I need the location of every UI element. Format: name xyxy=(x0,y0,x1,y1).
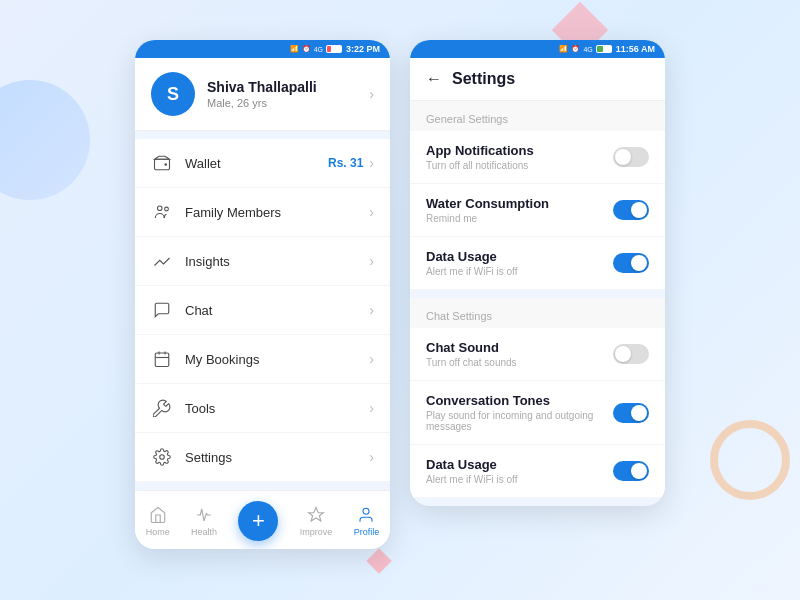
toggle-app-notifications[interactable] xyxy=(613,147,649,167)
settings-item-sub-data-general: Alert me if WiFi is off xyxy=(426,266,518,277)
status-icons-1: 📶 ⏰ 4G xyxy=(290,45,342,53)
battery-icon-2 xyxy=(596,45,612,53)
settings-title: Settings xyxy=(452,70,515,88)
settings-header: ← Settings xyxy=(410,58,665,101)
tools-chevron: › xyxy=(369,400,374,416)
chat-chevron: › xyxy=(369,302,374,318)
svg-point-8 xyxy=(160,455,165,460)
settings-item-app-notifications[interactable]: App Notifications Turn off all notificat… xyxy=(410,131,665,184)
settings-item-water-consumption[interactable]: Water Consumption Remind me xyxy=(410,184,665,237)
phone-settings: 📶 ⏰ 4G 11:56 AM ← Settings General Setti… xyxy=(410,40,665,506)
nav-health-label: Health xyxy=(191,527,217,537)
tools-icon xyxy=(151,397,173,419)
back-button[interactable]: ← xyxy=(426,70,442,88)
menu-item-wallet[interactable]: Wallet Rs. 31 › xyxy=(135,139,390,188)
wallet-icon xyxy=(151,152,173,174)
settings-item-title-data-chat: Data Usage xyxy=(426,457,518,472)
toggle-thumb-notifications xyxy=(615,149,631,165)
profile-name: Shiva Thallapalli xyxy=(207,79,369,95)
nav-home[interactable]: Home xyxy=(146,506,170,537)
menu-item-insights[interactable]: Insights › xyxy=(135,237,390,286)
wallet-chevron: › xyxy=(369,155,374,171)
battery-fill xyxy=(327,46,331,52)
status-bar-1: 📶 ⏰ 4G 3:22 PM xyxy=(135,40,390,58)
settings-item-data-usage-chat[interactable]: Data Usage Alert me if WiFi is off xyxy=(410,445,665,498)
chat-settings-section: Chat Settings Chat Sound Turn off chat s… xyxy=(410,298,665,498)
settings-item-text-data-chat: Data Usage Alert me if WiFi is off xyxy=(426,457,518,485)
settings-item-sub-chat-sound: Turn off chat sounds xyxy=(426,357,517,368)
settings-item-title-notifications: App Notifications xyxy=(426,143,534,158)
menu-item-settings[interactable]: Settings › xyxy=(135,433,390,482)
settings-item-title-chat-sound: Chat Sound xyxy=(426,340,517,355)
toggle-water-consumption[interactable] xyxy=(613,200,649,220)
insights-chevron: › xyxy=(369,253,374,269)
status-time-1: 3:22 PM xyxy=(346,44,380,54)
avatar: S xyxy=(151,72,195,116)
menu-label-chat: Chat xyxy=(185,303,369,318)
settings-item-text-chat-sound: Chat Sound Turn off chat sounds xyxy=(426,340,517,368)
phone-profile: 📶 ⏰ 4G 3:22 PM S Shiva Thallapalli Male,… xyxy=(135,40,390,549)
menu-item-chat[interactable]: Chat › xyxy=(135,286,390,335)
menu-label-settings: Settings xyxy=(185,450,369,465)
signal-icon: 📶 xyxy=(290,45,299,53)
settings-item-sub-conversation: Play sound for incoming and outgoing mes… xyxy=(426,410,613,432)
nav-health[interactable]: Health xyxy=(191,506,217,537)
settings-icon xyxy=(151,446,173,468)
menu-item-family-members[interactable]: Family Members › xyxy=(135,188,390,237)
chat-settings-label: Chat Settings xyxy=(410,298,665,328)
signal-icon-2: 📶 xyxy=(559,45,568,53)
svg-point-9 xyxy=(363,508,369,514)
status-time-2: 11:56 AM xyxy=(616,44,655,54)
toggle-thumb-water xyxy=(631,202,647,218)
family-chevron: › xyxy=(369,204,374,220)
battery-fill-2 xyxy=(597,46,604,52)
svg-point-2 xyxy=(158,206,163,211)
menu-badge-wallet: Rs. 31 xyxy=(328,156,363,170)
settings-item-text-water: Water Consumption Remind me xyxy=(426,196,549,224)
nav-fab[interactable]: + xyxy=(238,501,278,541)
settings-chevron: › xyxy=(369,449,374,465)
menu-label-tools: Tools xyxy=(185,401,369,416)
settings-item-conversation-tones[interactable]: Conversation Tones Play sound for incomi… xyxy=(410,381,665,445)
nav-improve[interactable]: Improve xyxy=(300,506,333,537)
settings-item-sub-notifications: Turn off all notifications xyxy=(426,160,534,171)
profile-chevron: › xyxy=(369,86,374,102)
settings-item-title-water: Water Consumption xyxy=(426,196,549,211)
general-settings-section: General Settings App Notifications Turn … xyxy=(410,101,665,290)
network-icon-2: 4G xyxy=(583,46,592,53)
bottom-nav: Home Health + Improve Profile xyxy=(135,490,390,549)
menu-item-tools[interactable]: Tools › xyxy=(135,384,390,433)
svg-rect-4 xyxy=(155,353,169,367)
settings-item-data-usage-general[interactable]: Data Usage Alert me if WiFi is off xyxy=(410,237,665,290)
nav-profile-label: Profile xyxy=(354,527,380,537)
settings-item-title-conversation: Conversation Tones xyxy=(426,393,613,408)
profile-info: Shiva Thallapalli Male, 26 yrs xyxy=(207,79,369,109)
toggle-thumb-data-chat xyxy=(631,463,647,479)
battery-icon xyxy=(326,45,342,53)
profile-header[interactable]: S Shiva Thallapalli Male, 26 yrs › xyxy=(135,58,390,131)
bookings-icon xyxy=(151,348,173,370)
wifi-icon: ⏰ xyxy=(302,45,311,53)
svg-point-1 xyxy=(165,164,167,166)
settings-item-title-data-general: Data Usage xyxy=(426,249,518,264)
users-icon xyxy=(151,201,173,223)
nav-profile[interactable]: Profile xyxy=(354,506,380,537)
wifi-icon-2: ⏰ xyxy=(571,45,580,53)
menu-list: Wallet Rs. 31 › Family Members › Insight… xyxy=(135,139,390,482)
settings-item-chat-sound[interactable]: Chat Sound Turn off chat sounds xyxy=(410,328,665,381)
settings-item-sub-water: Remind me xyxy=(426,213,549,224)
settings-item-text-conversation: Conversation Tones Play sound for incomi… xyxy=(426,393,613,432)
toggle-chat-sound[interactable] xyxy=(613,344,649,364)
toggle-data-usage-chat[interactable] xyxy=(613,461,649,481)
toggle-conversation-tones[interactable] xyxy=(613,403,649,423)
svg-rect-0 xyxy=(155,159,170,170)
toggle-data-usage-general[interactable] xyxy=(613,253,649,273)
menu-label-wallet: Wallet xyxy=(185,156,328,171)
menu-label-bookings: My Bookings xyxy=(185,352,369,367)
settings-item-text-notifications: App Notifications Turn off all notificat… xyxy=(426,143,534,171)
menu-item-bookings[interactable]: My Bookings › xyxy=(135,335,390,384)
chat-icon xyxy=(151,299,173,321)
insights-icon xyxy=(151,250,173,272)
network-icon: 4G xyxy=(314,46,323,53)
toggle-thumb-conversation xyxy=(631,405,647,421)
